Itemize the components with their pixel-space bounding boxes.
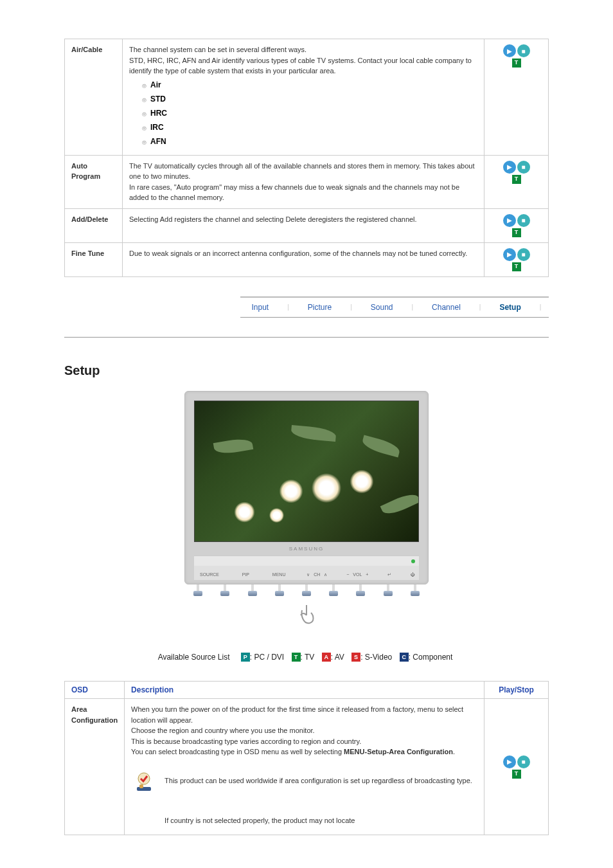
row-aircable-name: Air/Cable [65, 39, 123, 156]
monitor-screen [194, 401, 419, 542]
play-icon[interactable]: ▶ [503, 214, 516, 227]
tab-channel[interactable]: Channel [428, 302, 465, 313]
tab-sound[interactable]: Sound [367, 302, 397, 313]
finetune-play-cell: ▶ ■ T [484, 242, 549, 276]
t-badge-icon: T [292, 653, 301, 662]
section-title: Setup [64, 363, 549, 378]
ctrl-pip[interactable]: PIP [240, 572, 251, 577]
divider [64, 337, 549, 338]
row-areaconfig-name: Area Configuration [65, 699, 125, 835]
play-icon[interactable]: ▶ [503, 755, 516, 768]
header-description: Description [125, 682, 484, 699]
row-autoprogram-desc: The TV automatically cycles through all … [123, 155, 484, 208]
vol-up-icon[interactable]: + [366, 572, 368, 577]
monitor-illustration: SAMSUNG SOURCE PIP MENU ∨ CH ∧ − VOL + ↵… [172, 391, 441, 640]
c-badge-icon: C [400, 653, 409, 662]
ctrl-source[interactable]: SOURCE [198, 572, 221, 577]
t-badge-icon: T [512, 770, 521, 779]
svg-rect-1 [137, 787, 151, 791]
available-source-list: Available Source List P: PC / DVI T: TV … [64, 653, 549, 662]
row-aircable-desc: The channel system can be set in several… [123, 39, 484, 156]
ctrl-vol-group: − VOL + [346, 572, 368, 577]
monitor-body: SAMSUNG SOURCE PIP MENU ∨ CH ∧ − VOL + ↵… [184, 391, 429, 584]
t-badge-icon: T [512, 228, 521, 237]
stop-icon[interactable]: ■ [517, 755, 530, 768]
section-tabs: Input | Picture | Sound | Channel | Setu… [240, 296, 549, 318]
monitor-legs [184, 584, 429, 601]
areaconfig-play-cell: ▶ ■ T [484, 699, 549, 835]
vol-down-icon[interactable]: − [346, 572, 349, 577]
p-badge-icon: P [241, 653, 250, 662]
ch-down-icon[interactable]: ∨ [306, 572, 310, 577]
ctrl-menu[interactable]: MENU [271, 572, 288, 577]
tab-input[interactable]: Input [248, 302, 273, 313]
ch-up-icon[interactable]: ∧ [324, 572, 327, 577]
autoprogram-play-cell: ▶ ■ T [484, 155, 549, 208]
enter-icon[interactable]: ↵ [387, 572, 391, 577]
row-autoprogram-name: Auto Program [65, 155, 123, 208]
play-icon[interactable]: ▶ [503, 248, 516, 261]
ctrl-ch-group: ∨ CH ∧ [306, 572, 327, 577]
row-areaconfig-desc: When you turn the power on of the produc… [125, 699, 484, 835]
tab-picture[interactable]: Picture [304, 302, 335, 313]
t-badge-icon: T [512, 175, 521, 184]
adddelete-play-cell: ▶ ■ T [484, 208, 549, 242]
play-icon[interactable]: ▶ [503, 161, 516, 174]
source-list-label: Available Source List [158, 653, 230, 662]
row-adddelete-desc: Selecting Add registers the channel and … [123, 208, 484, 242]
setup-table: OSD Description Play/Stop Area Configura… [64, 681, 549, 835]
monitor-controls: SOURCE PIP MENU ∨ CH ∧ − VOL + ↵ ⏻ [194, 566, 419, 580]
check-note-icon [131, 772, 157, 793]
ctrl-ch: CH [314, 572, 320, 577]
stop-icon[interactable]: ■ [517, 214, 530, 227]
aircable-play-cell: ▶ ■ T [484, 39, 549, 156]
note-1: This product can be used worldwide if ar… [131, 768, 477, 797]
row-adddelete-name: Add/Delete [65, 208, 123, 242]
ctrl-vol: VOL [353, 572, 362, 577]
stop-icon[interactable]: ■ [517, 248, 530, 261]
hand-pointer-icon [287, 604, 326, 629]
stop-icon[interactable]: ■ [517, 44, 530, 57]
aircable-options-list: Air STD HRC IRC AFN [129, 79, 477, 147]
monitor-speaker-bar [194, 556, 419, 566]
t-badge-icon: T [512, 262, 521, 271]
header-osd: OSD [65, 682, 125, 699]
svg-point-0 [138, 773, 150, 784]
s-badge-icon: S [351, 653, 360, 662]
note-2: If country is not selected properly, the… [131, 808, 477, 830]
stop-icon[interactable]: ■ [517, 161, 530, 174]
a-badge-icon: A [322, 653, 331, 662]
row-finetune-name: Fine Tune [65, 242, 123, 276]
monitor-brand: SAMSUNG [194, 542, 419, 556]
row-finetune-desc: Due to weak signals or an incorrect ante… [123, 242, 484, 276]
play-icon[interactable]: ▶ [503, 44, 516, 57]
channel-settings-table: Air/Cable The channel system can be set … [64, 39, 549, 277]
tab-setup[interactable]: Setup [495, 302, 524, 313]
t-badge-icon: T [512, 59, 521, 68]
power-icon[interactable]: ⏻ [411, 572, 415, 577]
svg-rect-2 [139, 784, 143, 788]
header-playstop: Play/Stop [484, 682, 549, 699]
